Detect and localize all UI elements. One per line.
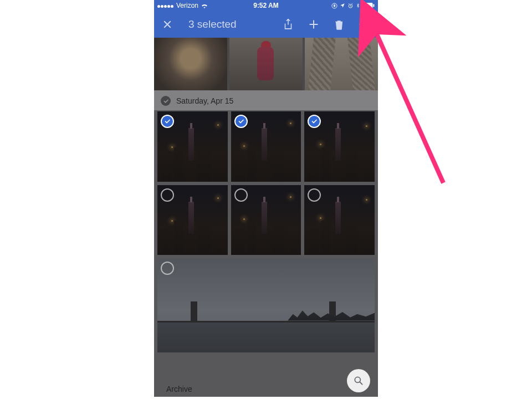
bluetooth-icon [356, 2, 360, 9]
selection-badge-selected[interactable] [161, 115, 174, 128]
close-icon [162, 19, 172, 29]
battery-icon [362, 3, 375, 8]
photo-thumb-panorama[interactable] [157, 258, 375, 352]
photo-grid[interactable]: Saturday, Apr 15 [154, 38, 378, 397]
share-button[interactable] [280, 17, 296, 32]
section-header[interactable]: Saturday, Apr 15 [154, 90, 378, 110]
figure-caption: Archive [166, 385, 192, 393]
photo-thumb[interactable] [154, 38, 227, 90]
alarm-icon [347, 3, 354, 9]
signal-dots-icon [157, 2, 174, 9]
more-button[interactable] [357, 17, 372, 32]
svg-line-9 [377, 34, 443, 183]
thumb-row [154, 111, 378, 182]
svg-rect-4 [373, 4, 374, 7]
svg-rect-1 [334, 5, 335, 7]
wifi-icon [201, 3, 208, 8]
orientation-lock-icon [331, 3, 337, 9]
more-icon [359, 22, 371, 27]
selection-badge-unselected[interactable] [234, 188, 248, 202]
location-icon [340, 3, 345, 8]
selection-badge-selected[interactable] [234, 115, 248, 128]
photo-thumb[interactable] [231, 111, 301, 182]
search-icon [353, 375, 364, 386]
check-icon [311, 118, 318, 125]
photo-thumb[interactable] [231, 185, 301, 255]
trash-icon [334, 19, 344, 30]
delete-button[interactable] [331, 17, 347, 32]
selection-badge-unselected[interactable] [308, 188, 321, 202]
svg-point-6 [364, 23, 366, 25]
svg-point-5 [360, 23, 362, 25]
svg-point-7 [367, 23, 370, 25]
assistant-fab[interactable] [347, 369, 370, 392]
photo-thumb[interactable] [304, 111, 375, 182]
photo-thumb[interactable] [157, 185, 228, 255]
thumb-row [154, 185, 378, 255]
check-icon [164, 118, 171, 125]
check-icon [238, 118, 244, 125]
plus-icon [308, 19, 319, 30]
selection-toolbar: 3 selected [154, 11, 378, 38]
previous-section-strip[interactable] [154, 38, 378, 90]
svg-rect-3 [362, 3, 372, 8]
selection-badge-unselected[interactable] [161, 188, 174, 202]
photo-thumb[interactable] [304, 185, 375, 255]
selection-count-label: 3 selected [188, 18, 237, 30]
share-icon [283, 18, 294, 30]
section-date-label: Saturday, Apr 15 [176, 96, 233, 105]
carrier-label: Verizon [176, 2, 198, 9]
phone-screen: Verizon 9:52 AM 3 selected [154, 0, 378, 397]
svg-point-8 [355, 377, 360, 382]
add-button[interactable] [306, 17, 321, 32]
status-bar: Verizon 9:52 AM [154, 0, 378, 11]
photo-thumb[interactable] [229, 38, 303, 90]
section-select-all[interactable] [161, 96, 171, 106]
photo-thumb[interactable] [157, 111, 228, 182]
photo-thumb[interactable] [305, 38, 378, 90]
close-button[interactable] [160, 17, 175, 32]
check-icon [163, 98, 169, 104]
